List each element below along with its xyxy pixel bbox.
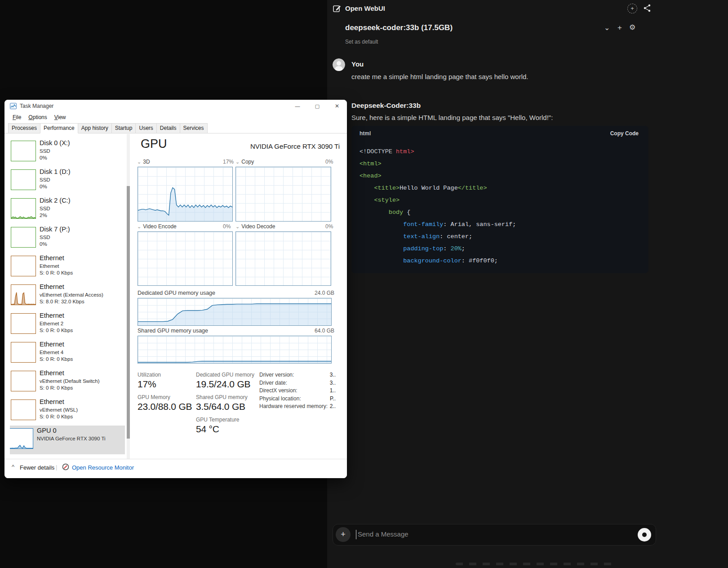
gpu-heading: GPU xyxy=(141,137,167,151)
set-default-link[interactable]: Set as default xyxy=(345,39,378,45)
message-input[interactable]: + Send a Message xyxy=(333,524,656,546)
ti-sub: vEthernet (Default Switch) xyxy=(40,378,100,384)
scrollbar-thumb[interactable] xyxy=(127,186,130,439)
code-line: body { xyxy=(360,206,516,218)
gpu-temperature-value: 54 °C xyxy=(196,424,219,435)
detail-row: Hardware reserved memory:2.. xyxy=(259,403,337,411)
title-bar[interactable]: Task Manager — ▢ ✕ xyxy=(4,100,347,112)
fewer-details-button[interactable]: Fewer details xyxy=(20,464,54,471)
ti-stat: 0% xyxy=(40,155,47,160)
chart-label-3d[interactable]: ⌄3D xyxy=(137,159,150,165)
sidebar-item-ethernet[interactable]: EthernetvEthernet (Default Switch)S: 0 R… xyxy=(10,368,125,397)
ti-sub: SSD xyxy=(40,148,50,154)
tab-details[interactable]: Details xyxy=(156,123,180,133)
gpu-device-name: NVIDIA GeForce RTX 3090 Ti xyxy=(250,142,340,150)
user-name: You xyxy=(351,60,364,68)
code-line: text-align: center; xyxy=(360,231,516,243)
sidebar-item-ethernet[interactable]: EthernetEthernetS: 0 R: 0 Kbps xyxy=(10,253,125,282)
ti-title: Ethernet xyxy=(40,341,64,348)
detail-label: Driver version: xyxy=(259,372,294,378)
tab-app-history[interactable]: App history xyxy=(78,123,112,133)
detail-row: Driver version:3.. xyxy=(259,372,337,379)
eth-sparkline xyxy=(11,342,36,363)
ti-stat: S: 0 R: 0 Kbps xyxy=(40,270,73,275)
footer-disclaimer-strip xyxy=(456,563,617,565)
new-conversation-icon[interactable]: + xyxy=(627,4,637,13)
tab-processes[interactable]: Processes xyxy=(8,123,40,133)
tm-menubar: FileOptionsView xyxy=(9,112,347,123)
dedicated-gpu-memory-label: Dedicated GPU memory xyxy=(196,372,254,378)
ti-stat: S: 0 R: 0 Kbps xyxy=(40,385,73,390)
add-model-icon[interactable]: + xyxy=(617,23,622,32)
task-manager-icon xyxy=(10,103,17,109)
gear-icon[interactable]: ⚙ xyxy=(629,23,635,31)
disk-sparkline xyxy=(11,141,36,161)
tm-tabs: ProcessesPerformanceApp historyStartupUs… xyxy=(8,123,347,133)
menu-options[interactable]: Options xyxy=(25,112,50,122)
open-resource-monitor-link[interactable]: Open Resource Monitor xyxy=(72,464,134,471)
chart-label-video-decode[interactable]: ⌄Video Decode xyxy=(235,223,275,230)
share-icon[interactable] xyxy=(643,4,652,13)
detail-value: P.. xyxy=(330,395,336,402)
sidebar-item-disk-1-d-[interactable]: Disk 1 (D:)SSD0% xyxy=(10,167,125,195)
sidebar-item-ethernet[interactable]: EthernetvEthernet (External Access)S: 8.… xyxy=(10,282,125,311)
gpu-memory-value: 23.0/88.0 GB xyxy=(138,401,192,412)
code-line: <title>Hello World Page</title> xyxy=(360,182,516,194)
footer-divider: | xyxy=(56,464,57,470)
menu-file[interactable]: File xyxy=(9,112,25,122)
minimize-button[interactable]: — xyxy=(288,100,307,112)
eth-sparkline xyxy=(11,256,36,276)
chart-label-copy[interactable]: ⌄Copy xyxy=(235,159,254,165)
ti-title: Disk 0 (X:) xyxy=(40,139,70,146)
sidebar-item-gpu-0[interactable]: GPU 0NVIDIA GeForce RTX 3090 Ti xyxy=(10,426,125,454)
detail-row: Physical location:P.. xyxy=(259,395,337,403)
ti-title: Disk 2 (C:) xyxy=(40,197,70,204)
menu-view[interactable]: View xyxy=(51,112,70,122)
sidebar-item-ethernet[interactable]: EthernetEthernet 4S: 0 R: 0 Kbps xyxy=(10,339,125,368)
sidebar-item-disk-7-p-[interactable]: Disk 7 (P:)SSD0% xyxy=(10,224,125,253)
chevron-down-icon[interactable]: ⌄ xyxy=(604,23,610,32)
chart-value-video-encode: 0% xyxy=(223,223,231,230)
ti-title: Ethernet xyxy=(40,312,64,319)
eth-sparkline xyxy=(11,313,36,334)
code-block: html Copy Code <!DOCTYPE html><html><hea… xyxy=(351,126,648,273)
copy-code-button[interactable]: Copy Code xyxy=(610,130,639,137)
tab-performance[interactable]: Performance xyxy=(40,123,78,133)
close-button[interactable]: ✕ xyxy=(327,100,347,112)
model-selector[interactable]: deepseek-coder:33b (17.5GB) xyxy=(345,23,453,32)
sidebar-item-disk-2-c-[interactable]: Disk 2 (C:)SSD2% xyxy=(10,195,125,224)
maximize-button[interactable]: ▢ xyxy=(307,100,327,112)
ti-title: Disk 7 (P:) xyxy=(40,226,70,233)
ti-title: Ethernet xyxy=(40,369,64,377)
code-line: <html> xyxy=(360,158,516,170)
dedicated-memory-chart xyxy=(138,298,332,326)
tab-users[interactable]: Users xyxy=(135,123,156,133)
dedicated-memory-scale: 24.0 GB xyxy=(315,290,334,296)
code-line: <head> xyxy=(360,170,516,182)
tab-services[interactable]: Services xyxy=(180,123,208,133)
sidebar-item-disk-0-x-[interactable]: Disk 0 (X:)SSD0% xyxy=(10,138,125,167)
detail-label: Driver date: xyxy=(259,380,287,386)
sidebar-item-ethernet[interactable]: EthernetEthernet 2S: 0 R: 0 Kbps xyxy=(10,311,125,339)
chart-label-video-encode[interactable]: ⌄Video Encode xyxy=(137,223,177,230)
gpu-sparkline xyxy=(10,428,33,449)
ti-sub: SSD xyxy=(40,177,50,182)
ti-stat: 2% xyxy=(40,213,47,218)
ti-sub: Ethernet 2 xyxy=(40,321,63,326)
detail-value: 3.. xyxy=(330,380,336,386)
performance-sidebar: Disk 0 (X:)SSD0%Disk 1 (D:)SSD0%Disk 2 (… xyxy=(10,138,125,459)
detail-row: Driver date:3.. xyxy=(259,380,337,387)
sidebar-scrollbar[interactable] xyxy=(127,134,130,459)
ti-stat: S: 0 R: 0 Kbps xyxy=(40,414,73,419)
sidebar-item-ethernet[interactable]: EthernetvEthernet (WSL)S: 0 R: 0 Kbps xyxy=(10,397,125,426)
ti-stat: S: 0 R: 0 Kbps xyxy=(40,356,73,362)
attach-button[interactable]: + xyxy=(336,527,351,542)
send-stop-button[interactable] xyxy=(638,528,651,541)
code-language-label: html xyxy=(360,130,371,137)
code-line: padding-top: 20%; xyxy=(360,243,516,255)
new-chat-icon[interactable] xyxy=(333,4,342,13)
tab-startup[interactable]: Startup xyxy=(111,123,136,133)
ti-sub: vEthernet (External Access) xyxy=(40,292,103,297)
ti-title: Ethernet xyxy=(40,254,64,262)
code-line: background-color: #f0f0f0; xyxy=(360,255,516,267)
